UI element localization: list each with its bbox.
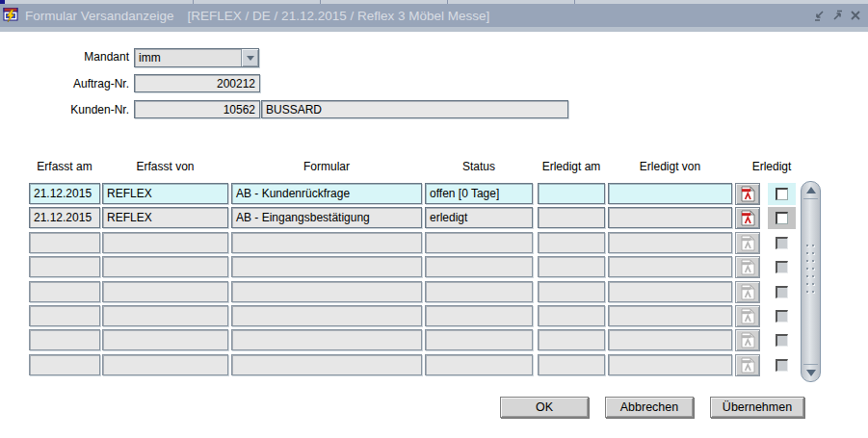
pdf-document-icon: [741, 284, 755, 300]
cell-erledigt-von[interactable]: [608, 354, 732, 375]
cell-erfasst-am[interactable]: 21.12.2015: [29, 183, 100, 204]
cell-formular[interactable]: AB - Eingangsbestätigung: [231, 207, 422, 228]
pdf-button: [735, 281, 760, 303]
erledigt-checkbox-cell: [768, 207, 796, 229]
cell-erfasst-von[interactable]: [102, 354, 228, 375]
cell-erfasst-von[interactable]: [102, 305, 228, 326]
cell-status[interactable]: [425, 329, 533, 350]
kunden-label: Kunden-Nr.: [39, 103, 129, 116]
auftrag-label: Auftrag-Nr.: [39, 77, 129, 90]
cell-formular[interactable]: [231, 305, 422, 326]
scrollbar-divider: [803, 198, 818, 199]
cell-erfasst-von[interactable]: [102, 256, 228, 277]
col-header-formular: Formular: [231, 160, 422, 173]
scrollbar-grip[interactable]: [805, 244, 816, 294]
erledigt-checkbox[interactable]: [776, 334, 788, 347]
cell-erfasst-am[interactable]: [29, 329, 100, 350]
cell-erledigt-von[interactable]: [608, 281, 732, 302]
pdf-document-icon: [741, 308, 755, 324]
mandant-value: imm: [135, 51, 241, 64]
erledigt-checkbox-cell: [768, 256, 796, 278]
cell-erledigt-am[interactable]: [538, 329, 605, 350]
pdf-document-icon: [741, 186, 755, 202]
cell-erfasst-am[interactable]: [29, 305, 100, 326]
cell-erfasst-von[interactable]: REFLEX: [102, 183, 228, 204]
col-header-erledigt-am: Erledigt am: [538, 160, 605, 173]
col-header-erledigt: Erledigt: [742, 160, 802, 173]
cell-erfasst-am[interactable]: [29, 281, 100, 302]
kunden-name-input[interactable]: BUSSARD: [261, 100, 568, 118]
cell-formular[interactable]: [231, 256, 422, 277]
erledigt-checkbox[interactable]: [776, 188, 788, 200]
cell-status[interactable]: [425, 281, 533, 302]
cell-status[interactable]: erledigt: [425, 207, 533, 228]
cell-erfasst-von[interactable]: [102, 329, 228, 350]
col-header-erledigt-von: Erledigt von: [608, 160, 732, 173]
erledigt-checkbox[interactable]: [776, 237, 788, 249]
cell-erledigt-am[interactable]: [538, 256, 605, 277]
erledigt-checkbox[interactable]: [776, 359, 788, 372]
minimize-button[interactable]: [812, 9, 826, 22]
col-header-erfasst-am: Erfasst am: [29, 160, 100, 173]
cell-erfasst-am[interactable]: 21.12.2015: [29, 207, 100, 228]
col-header-erfasst-von: Erfasst von: [102, 160, 228, 173]
kunden-input[interactable]: 10562: [134, 100, 260, 118]
cell-formular[interactable]: [231, 354, 422, 375]
pdf-document-icon: [741, 357, 755, 374]
cell-formular[interactable]: [231, 232, 422, 253]
cell-formular[interactable]: AB - Kundenrückfrage: [231, 183, 422, 204]
cell-erfasst-von[interactable]: REFLEX: [102, 207, 228, 228]
cell-erfasst-von[interactable]: [102, 232, 228, 253]
mandant-select[interactable]: imm: [134, 48, 259, 67]
pdf-button: [735, 354, 760, 376]
vertical-scrollbar[interactable]: [801, 181, 821, 382]
erledigt-checkbox[interactable]: [776, 286, 788, 298]
erledigt-checkbox[interactable]: [776, 261, 788, 273]
cell-erledigt-von[interactable]: [608, 305, 732, 326]
auftrag-input[interactable]: 200212: [134, 74, 260, 92]
apply-button[interactable]: Übernehmen: [710, 397, 804, 418]
col-header-status: Status: [425, 160, 533, 173]
scrollbar-divider: [803, 364, 818, 365]
pdf-button: [735, 256, 760, 278]
close-icon[interactable]: [849, 9, 862, 22]
cancel-button[interactable]: Abbrechen: [605, 397, 694, 418]
cell-status[interactable]: [425, 256, 533, 277]
cell-erledigt-am[interactable]: [538, 354, 605, 375]
cell-erledigt-von[interactable]: [608, 207, 732, 228]
cell-erledigt-am[interactable]: [538, 281, 605, 302]
cell-erledigt-am[interactable]: [538, 305, 605, 326]
cell-formular[interactable]: [231, 329, 422, 350]
cell-erfasst-am[interactable]: [29, 232, 100, 253]
erledigt-checkbox[interactable]: [776, 212, 788, 224]
erledigt-checkbox[interactable]: [776, 310, 788, 322]
erledigt-checkbox-cell: [768, 329, 796, 351]
cell-erledigt-von[interactable]: [608, 329, 732, 350]
erledigt-checkbox-cell: [768, 354, 796, 376]
cell-erledigt-am[interactable]: [538, 207, 605, 228]
pdf-button[interactable]: [735, 183, 760, 205]
scroll-up-icon[interactable]: [802, 187, 820, 193]
cell-erfasst-am[interactable]: [29, 354, 100, 375]
cell-erfasst-von[interactable]: [102, 281, 228, 302]
cell-status[interactable]: [425, 354, 533, 375]
cell-formular[interactable]: [231, 281, 422, 302]
cell-erledigt-von[interactable]: [608, 183, 732, 204]
cell-erledigt-am[interactable]: [538, 232, 605, 253]
restore-button[interactable]: [830, 9, 844, 22]
cell-status[interactable]: offen [0 Tage]: [425, 183, 533, 204]
pdf-button[interactable]: [735, 207, 760, 229]
titlebar[interactable]: Formular Versandanzeige[REFLEX / DE / 21…: [0, 4, 868, 27]
titlebar-lower-edge: [0, 27, 868, 32]
pdf-document-icon: [741, 332, 755, 348]
chevron-down-icon[interactable]: [241, 49, 258, 66]
cell-erledigt-von[interactable]: [608, 232, 732, 253]
scroll-down-icon[interactable]: [802, 370, 820, 376]
cell-erledigt-von[interactable]: [608, 256, 732, 277]
cell-status[interactable]: [425, 305, 533, 326]
cell-status[interactable]: [425, 232, 533, 253]
cell-erledigt-am[interactable]: [538, 183, 605, 204]
pdf-button: [735, 232, 760, 254]
cell-erfasst-am[interactable]: [29, 256, 100, 277]
ok-button[interactable]: OK: [500, 397, 589, 418]
